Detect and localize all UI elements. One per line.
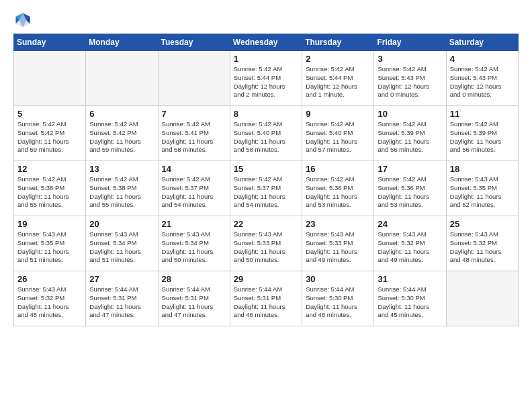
- calendar-cell: 25Sunrise: 5:43 AMSunset: 5:32 PMDayligh…: [446, 216, 518, 271]
- cell-content: Sunrise: 5:42 AMSunset: 5:39 PMDaylight:…: [378, 120, 442, 154]
- day-number: 12: [17, 164, 82, 174]
- day-number: 22: [234, 219, 298, 229]
- day-number: 6: [89, 109, 154, 119]
- cell-content: Sunrise: 5:42 AMSunset: 5:44 PMDaylight:…: [234, 65, 298, 99]
- day-number: 23: [306, 219, 370, 229]
- calendar-cell: 9Sunrise: 5:42 AMSunset: 5:40 PMDaylight…: [302, 106, 374, 161]
- cell-content: Sunrise: 5:42 AMSunset: 5:42 PMDaylight:…: [89, 120, 154, 154]
- day-number: 20: [89, 219, 154, 229]
- day-number: 10: [378, 109, 442, 119]
- cell-content: Sunrise: 5:44 AMSunset: 5:31 PMDaylight:…: [234, 285, 298, 320]
- day-number: 24: [378, 219, 442, 229]
- header: [13, 11, 519, 30]
- day-number: 8: [234, 109, 298, 119]
- cell-content: Sunrise: 5:42 AMSunset: 5:38 PMDaylight:…: [17, 175, 82, 210]
- calendar-week-4: 19Sunrise: 5:43 AMSunset: 5:35 PMDayligh…: [14, 216, 519, 271]
- day-number: 5: [17, 109, 82, 119]
- day-number: 7: [162, 109, 226, 119]
- cell-content: Sunrise: 5:44 AMSunset: 5:31 PMDaylight:…: [162, 285, 226, 320]
- calendar-cell: 31Sunrise: 5:44 AMSunset: 5:30 PMDayligh…: [374, 271, 446, 326]
- cell-content: Sunrise: 5:43 AMSunset: 5:32 PMDaylight:…: [450, 230, 515, 265]
- cell-content: Sunrise: 5:43 AMSunset: 5:34 PMDaylight:…: [89, 230, 154, 265]
- cell-content: Sunrise: 5:42 AMSunset: 5:37 PMDaylight:…: [162, 175, 226, 210]
- cell-content: Sunrise: 5:42 AMSunset: 5:39 PMDaylight:…: [450, 120, 515, 154]
- day-number: 18: [450, 164, 515, 174]
- calendar-week-5: 26Sunrise: 5:43 AMSunset: 5:32 PMDayligh…: [14, 271, 519, 326]
- calendar-cell: 28Sunrise: 5:44 AMSunset: 5:31 PMDayligh…: [158, 271, 230, 326]
- cell-content: Sunrise: 5:43 AMSunset: 5:33 PMDaylight:…: [234, 230, 298, 265]
- calendar-cell: 26Sunrise: 5:43 AMSunset: 5:32 PMDayligh…: [14, 271, 86, 326]
- calendar-cell: 23Sunrise: 5:43 AMSunset: 5:33 PMDayligh…: [302, 216, 374, 271]
- day-number: 3: [378, 54, 442, 64]
- day-number: 2: [306, 54, 370, 64]
- calendar-cell: 21Sunrise: 5:43 AMSunset: 5:34 PMDayligh…: [158, 216, 230, 271]
- calendar-header-friday: Friday: [374, 34, 446, 51]
- cell-content: Sunrise: 5:44 AMSunset: 5:30 PMDaylight:…: [306, 285, 370, 320]
- day-number: 16: [306, 164, 370, 174]
- cell-content: Sunrise: 5:42 AMSunset: 5:36 PMDaylight:…: [306, 175, 370, 210]
- calendar-cell: [14, 51, 86, 106]
- calendar-cell: 4Sunrise: 5:42 AMSunset: 5:43 PMDaylight…: [446, 51, 518, 106]
- calendar-header-tuesday: Tuesday: [158, 34, 230, 51]
- calendar-cell: 7Sunrise: 5:42 AMSunset: 5:41 PMDaylight…: [158, 106, 230, 161]
- calendar-table: SundayMondayTuesdayWednesdayThursdayFrid…: [13, 34, 519, 326]
- day-number: 1: [234, 54, 298, 64]
- calendar-cell: 13Sunrise: 5:42 AMSunset: 5:38 PMDayligh…: [86, 161, 158, 216]
- calendar-cell: 27Sunrise: 5:44 AMSunset: 5:31 PMDayligh…: [86, 271, 158, 326]
- day-number: 4: [450, 54, 515, 64]
- calendar-cell: [446, 271, 518, 326]
- calendar-cell: 8Sunrise: 5:42 AMSunset: 5:40 PMDaylight…: [230, 106, 302, 161]
- calendar-header-wednesday: Wednesday: [230, 34, 302, 51]
- calendar-cell: 15Sunrise: 5:42 AMSunset: 5:37 PMDayligh…: [230, 161, 302, 216]
- day-number: 29: [234, 274, 298, 284]
- calendar-cell: 1Sunrise: 5:42 AMSunset: 5:44 PMDaylight…: [230, 51, 302, 106]
- cell-content: Sunrise: 5:43 AMSunset: 5:35 PMDaylight:…: [450, 175, 515, 210]
- cell-content: Sunrise: 5:44 AMSunset: 5:31 PMDaylight:…: [89, 285, 154, 320]
- calendar-cell: 19Sunrise: 5:43 AMSunset: 5:35 PMDayligh…: [14, 216, 86, 271]
- cell-content: Sunrise: 5:43 AMSunset: 5:35 PMDaylight:…: [17, 230, 82, 265]
- cell-content: Sunrise: 5:44 AMSunset: 5:30 PMDaylight:…: [378, 285, 442, 320]
- calendar-week-3: 12Sunrise: 5:42 AMSunset: 5:38 PMDayligh…: [14, 161, 519, 216]
- cell-content: Sunrise: 5:43 AMSunset: 5:34 PMDaylight:…: [162, 230, 226, 265]
- cell-content: Sunrise: 5:43 AMSunset: 5:32 PMDaylight:…: [378, 230, 442, 265]
- calendar-cell: 18Sunrise: 5:43 AMSunset: 5:35 PMDayligh…: [446, 161, 518, 216]
- calendar-header-thursday: Thursday: [302, 34, 374, 51]
- calendar-cell: 20Sunrise: 5:43 AMSunset: 5:34 PMDayligh…: [86, 216, 158, 271]
- cell-content: Sunrise: 5:42 AMSunset: 5:40 PMDaylight:…: [306, 120, 370, 154]
- calendar-cell: 11Sunrise: 5:42 AMSunset: 5:39 PMDayligh…: [446, 106, 518, 161]
- day-number: 21: [162, 219, 226, 229]
- calendar-cell: 30Sunrise: 5:44 AMSunset: 5:30 PMDayligh…: [302, 271, 374, 326]
- day-number: 28: [162, 274, 226, 284]
- day-number: 30: [306, 274, 370, 284]
- day-number: 15: [234, 164, 298, 174]
- page: SundayMondayTuesdayWednesdayThursdayFrid…: [0, 0, 532, 411]
- cell-content: Sunrise: 5:42 AMSunset: 5:37 PMDaylight:…: [234, 175, 298, 210]
- calendar-cell: [158, 51, 230, 106]
- calendar-header-saturday: Saturday: [446, 34, 518, 51]
- cell-content: Sunrise: 5:42 AMSunset: 5:43 PMDaylight:…: [378, 65, 442, 99]
- day-number: 25: [450, 219, 515, 229]
- cell-content: Sunrise: 5:42 AMSunset: 5:41 PMDaylight:…: [162, 120, 226, 154]
- day-number: 19: [17, 219, 82, 229]
- calendar-header-row: SundayMondayTuesdayWednesdayThursdayFrid…: [14, 34, 519, 51]
- calendar-cell: 17Sunrise: 5:42 AMSunset: 5:36 PMDayligh…: [374, 161, 446, 216]
- cell-content: Sunrise: 5:42 AMSunset: 5:42 PMDaylight:…: [17, 120, 82, 154]
- calendar-cell: 29Sunrise: 5:44 AMSunset: 5:31 PMDayligh…: [230, 271, 302, 326]
- cell-content: Sunrise: 5:42 AMSunset: 5:43 PMDaylight:…: [450, 65, 515, 99]
- day-number: 13: [89, 164, 154, 174]
- day-number: 31: [378, 274, 442, 284]
- calendar-cell: 10Sunrise: 5:42 AMSunset: 5:39 PMDayligh…: [374, 106, 446, 161]
- calendar-cell: 12Sunrise: 5:42 AMSunset: 5:38 PMDayligh…: [14, 161, 86, 216]
- day-number: 14: [162, 164, 226, 174]
- calendar-cell: 24Sunrise: 5:43 AMSunset: 5:32 PMDayligh…: [374, 216, 446, 271]
- calendar-cell: 5Sunrise: 5:42 AMSunset: 5:42 PMDaylight…: [14, 106, 86, 161]
- day-number: 17: [378, 164, 442, 174]
- calendar-cell: 16Sunrise: 5:42 AMSunset: 5:36 PMDayligh…: [302, 161, 374, 216]
- calendar-header-sunday: Sunday: [14, 34, 86, 51]
- calendar-cell: 3Sunrise: 5:42 AMSunset: 5:43 PMDaylight…: [374, 51, 446, 106]
- calendar-cell: 22Sunrise: 5:43 AMSunset: 5:33 PMDayligh…: [230, 216, 302, 271]
- cell-content: Sunrise: 5:42 AMSunset: 5:40 PMDaylight:…: [234, 120, 298, 154]
- calendar-header-monday: Monday: [86, 34, 158, 51]
- day-number: 26: [17, 274, 82, 284]
- calendar-cell: 2Sunrise: 5:42 AMSunset: 5:44 PMDaylight…: [302, 51, 374, 106]
